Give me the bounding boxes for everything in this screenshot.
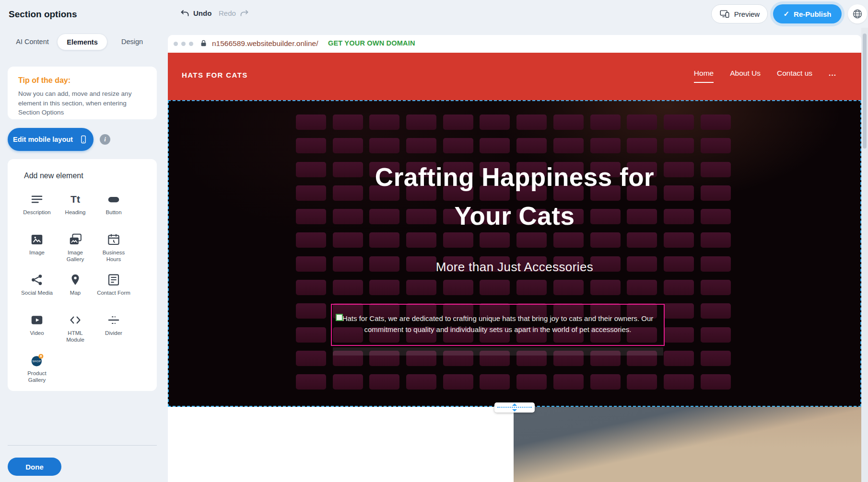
add-element-divider[interactable]: Divider — [94, 312, 133, 353]
tile — [516, 280, 547, 295]
tile — [664, 280, 694, 295]
add-element-label: Social Media — [20, 289, 54, 296]
tile — [296, 327, 326, 343]
tile — [333, 138, 363, 153]
divider-icon — [106, 312, 121, 328]
redo-icon — [239, 8, 249, 18]
nav-item-contact[interactable]: Contact us — [777, 69, 812, 78]
tile — [369, 138, 399, 153]
tile — [333, 280, 363, 295]
share-icon — [30, 272, 44, 287]
add-element-map[interactable]: Map — [56, 272, 94, 312]
tile — [296, 351, 326, 366]
shop-icon: SHOP — [30, 353, 44, 368]
site-header: HATS FOR CATS Home About Us Contact us .… — [168, 53, 861, 100]
video-icon — [30, 312, 44, 328]
tile — [369, 115, 399, 130]
add-element-description[interactable]: Description — [18, 192, 56, 232]
tab-elements[interactable]: Elements — [57, 34, 107, 50]
selected-text-element[interactable]: Hats for Cats, we are dedicated to craft… — [331, 304, 665, 346]
add-element-label: Divider — [97, 330, 130, 336]
image-gallery-icon — [68, 232, 82, 247]
hero-paragraph[interactable]: Hats for Cats, we are dedicated to craft… — [336, 313, 660, 335]
heading-icon: Tt — [70, 192, 80, 207]
add-element-product-gallery[interactable]: SHOP Product Gallery — [18, 353, 56, 393]
add-element-html-module[interactable]: HTML Module — [56, 312, 94, 353]
preview-button[interactable]: Preview — [711, 4, 768, 23]
tip-body: Now you can add, move and resize any ele… — [18, 89, 146, 117]
hero-heading[interactable]: Crafting Happiness for Your Cats — [168, 158, 861, 235]
add-element-social-media[interactable]: Social Media — [18, 272, 56, 312]
business-hours-icon — [106, 232, 121, 247]
done-label: Done — [25, 463, 44, 471]
add-element-label: Image Gallery — [59, 249, 92, 263]
add-element-label: Heading — [59, 209, 92, 216]
tile — [333, 374, 363, 390]
add-element-heading[interactable]: Tt Heading — [56, 192, 94, 232]
tile — [443, 280, 473, 295]
language-globe-button[interactable] — [848, 4, 867, 23]
tile — [480, 374, 510, 390]
add-element-contact-form[interactable]: Contact Form — [94, 272, 133, 312]
nav-more-button[interactable]: ... — [829, 69, 836, 78]
done-button[interactable]: Done — [8, 458, 61, 476]
tile — [553, 280, 584, 295]
nav-item-home[interactable]: Home — [694, 69, 714, 78]
image-icon — [30, 232, 44, 247]
resize-handle[interactable] — [336, 314, 343, 321]
scrollbar-thumb[interactable] — [863, 34, 867, 149]
tile — [701, 351, 731, 366]
section-resize-handle[interactable] — [494, 402, 535, 413]
shop-badge-text: SHOP — [32, 360, 41, 363]
nav-item-about[interactable]: About Us — [730, 69, 761, 78]
tile — [443, 374, 473, 390]
tile — [664, 374, 694, 390]
info-icon[interactable]: i — [100, 134, 110, 145]
add-element-title: Add new element — [8, 159, 157, 180]
tile — [664, 138, 694, 153]
tile — [701, 327, 731, 343]
tile — [369, 374, 399, 390]
add-element-image[interactable]: Image — [18, 232, 56, 272]
add-element-video[interactable]: Video — [18, 312, 56, 353]
tab-design[interactable]: Design — [107, 34, 157, 50]
pavement-photo — [514, 407, 861, 482]
add-element-button[interactable]: Button — [94, 192, 133, 232]
scrollbar-track — [861, 28, 868, 482]
tile — [516, 374, 547, 390]
hero-section[interactable]: Crafting Happiness for Your Cats More th… — [168, 100, 861, 407]
tile — [553, 115, 584, 130]
tile — [701, 280, 731, 295]
add-element-business-hours[interactable]: Business Hours — [94, 232, 133, 272]
add-element-label: HTML Module — [59, 330, 92, 344]
tile — [590, 374, 621, 390]
add-element-image-gallery[interactable]: Image Gallery — [56, 232, 94, 272]
tab-ai-content[interactable]: AI Content — [8, 34, 57, 50]
tile — [443, 115, 473, 130]
hero-subheading[interactable]: More than Just Accessories — [168, 258, 861, 275]
redo-button[interactable]: Redo — [219, 8, 249, 18]
add-element-label: Product Gallery — [20, 370, 54, 384]
tile — [296, 138, 326, 153]
tile — [443, 138, 473, 153]
add-element-label: Business Hours — [97, 249, 130, 263]
page-title: Section options — [9, 9, 77, 20]
tile — [333, 115, 363, 130]
tile — [296, 374, 326, 390]
edit-mobile-label: Edit mobile layout — [13, 136, 73, 143]
tile — [701, 374, 731, 390]
get-domain-link[interactable]: GET YOUR OWN DOMAIN — [328, 39, 415, 47]
undo-button[interactable]: Undo — [180, 8, 211, 18]
tile — [369, 280, 399, 295]
site-logo[interactable]: HATS FOR CATS — [182, 71, 248, 79]
add-element-label: Map — [59, 289, 92, 296]
element-grid: Description Tt Heading Button Image — [18, 192, 157, 393]
edit-mobile-layout-button[interactable]: Edit mobile layout — [8, 128, 94, 151]
add-element-label: Contact Form — [97, 289, 130, 296]
arrow-down-icon — [512, 409, 517, 412]
tile — [480, 280, 510, 295]
republish-button[interactable]: ✓ Re-Publish — [773, 4, 842, 23]
check-icon: ✓ — [784, 10, 790, 18]
site-url[interactable]: n1566589.websitebuilder.online/ — [212, 39, 318, 48]
lock-icon — [199, 39, 208, 47]
